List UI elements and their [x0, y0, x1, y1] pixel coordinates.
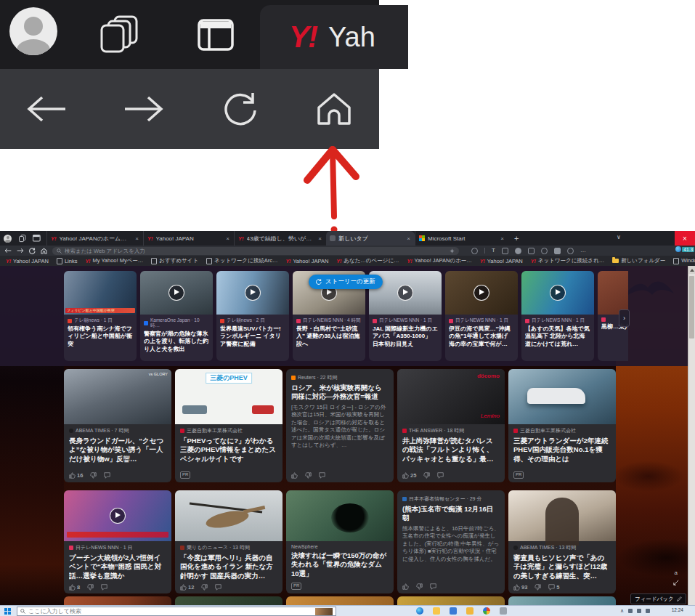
next-row-card-preview[interactable] [175, 596, 283, 605]
next-row-card-preview[interactable] [286, 596, 394, 605]
dislike-button[interactable] [201, 584, 208, 591]
like-button[interactable] [402, 583, 409, 590]
tab-close-icon[interactable]: × [225, 235, 230, 242]
tab-close-icon[interactable]: × [317, 235, 322, 242]
comment-button[interactable] [101, 584, 107, 591]
sponsored-card[interactable]: NewSphere 決壊すれば一瞬で150万の命が失われる「世界の危険なダム10… [286, 490, 394, 593]
like-button[interactable] [291, 472, 298, 479]
tab-yahoo-japan[interactable]: Y! Yahoo! JAPAN × [143, 231, 234, 246]
news-card[interactable]: 日テレNEWS NNN · 1 日 プーチン大統領が2人?恒例イベントで“本物”… [64, 490, 171, 593]
copilot-icon[interactable] [450, 248, 455, 254]
workspaces-button[interactable] [18, 235, 26, 243]
like-button[interactable]: 25 [402, 472, 416, 479]
video-card[interactable]: 日テレNEWS NNN · 1 日 【あすの天気】各地で気温乱高下 北陸から北海… [521, 271, 594, 361]
video-card[interactable]: KameraOne Japan · 10 時… 警察官が湖の危険な薄氷の上を渡り… [140, 271, 213, 361]
bookmark-item[interactable]: Y!Yahoo! JAPAN [6, 258, 49, 264]
taskbar-search-box[interactable] [17, 607, 336, 616]
address-input[interactable] [65, 248, 447, 254]
taskbar-clock[interactable]: 12:24 [672, 607, 683, 612]
like-button[interactable]: 8 [69, 584, 80, 591]
comment-button[interactable] [430, 583, 436, 590]
bg-expand-icon[interactable] [673, 580, 679, 585]
tab-close-icon[interactable]: × [134, 235, 139, 242]
extension-icon[interactable] [567, 248, 574, 254]
tab-article[interactable]: Y! 43歳で結婚し、勢いがある印象 × [234, 231, 326, 246]
tray-icon[interactable] [628, 609, 633, 613]
play-icon[interactable] [397, 285, 413, 301]
like-button[interactable]: 12 [180, 584, 194, 591]
video-card[interactable]: フィリピン船と中国船が衝突 テレ朝news · 1 日 領有権争う南シナ海でフィ… [64, 271, 137, 361]
tray-caret-icon[interactable]: ∧ [620, 608, 624, 614]
scrollbar[interactable] [688, 266, 695, 605]
translate-icon[interactable]: T [492, 248, 495, 254]
taskbar-search-input[interactable] [28, 608, 312, 615]
comment-button[interactable]: 5 [548, 584, 559, 591]
news-card-text[interactable]: Reuters · 22 時間 ロシア、米が核実験再開なら同様に対応―外務次官=… [286, 369, 394, 482]
tray-icon[interactable] [637, 609, 641, 613]
video-card[interactable]: テレ朝news · 2 日 世界最速SUVパトカー!ランボルギーニ イタリア警察… [216, 271, 289, 361]
dislike-button[interactable] [87, 584, 94, 591]
news-card[interactable]: vs GLORY ABEMA TIMES · 7 時間 長身ラウンドガール、“ク… [64, 369, 171, 482]
bookmark-item[interactable]: おすすめサイト [151, 257, 198, 264]
photos-taskbar-icon[interactable] [483, 607, 490, 615]
bookmark-item[interactable]: Y!Yahoo! JAPAN [285, 258, 328, 264]
video-card[interactable]: 日テレNEWS NNN · 1 日 伊豆の海で異変…“沖縄の魚”1年通して水揚げ… [445, 271, 518, 361]
bookmark-item[interactable]: Y!My Yahoo! Myペー… [85, 257, 143, 264]
favorites-icon[interactable] [528, 248, 535, 254]
dislike-button[interactable] [305, 472, 312, 479]
dislike-button[interactable] [90, 472, 97, 479]
extension-icon[interactable] [502, 248, 508, 254]
start-button[interactable] [4, 608, 11, 615]
tab-yahoo-home[interactable]: Y! Yahoo! JAPANのホームページに戻す × [46, 231, 143, 246]
bookmark-item[interactable]: Y!Yahoo! JAPANのホー… [407, 257, 472, 264]
refresh-stories-button[interactable]: ストーリーの更新 [309, 275, 383, 289]
bookmark-item[interactable]: Windows 10 でもフ… [673, 257, 695, 264]
extension-icon[interactable] [541, 248, 548, 254]
play-icon[interactable] [474, 285, 489, 301]
tab-close-icon[interactable]: × [406, 235, 411, 242]
bg-attribution-icon[interactable]: a [675, 570, 678, 576]
window-close-button[interactable]: × [675, 231, 695, 246]
news-card[interactable]: 乗りものニュース · 13 時間 「今度は軍用ヘリ!」兵器の自国化を進めるイラン… [175, 490, 283, 593]
scrollbar-up-arrow[interactable] [688, 266, 695, 274]
tab-new-tab[interactable]: 新しいタブ × [326, 231, 415, 246]
comment-button[interactable] [215, 584, 221, 591]
folder-taskbar-icon[interactable] [466, 607, 474, 615]
bookmark-item[interactable]: 新しいフォルダー [612, 257, 665, 264]
new-tab-button[interactable]: + [514, 235, 519, 243]
back-button[interactable] [4, 248, 12, 254]
window-menu-icon[interactable]: ∨ [617, 234, 621, 240]
next-row-card-preview[interactable] [64, 596, 171, 605]
settings-more-icon[interactable]: … [580, 248, 586, 254]
comment-button[interactable] [104, 472, 110, 479]
file-explorer-icon[interactable] [433, 607, 440, 615]
tab-panel-button[interactable] [33, 235, 41, 242]
edge-taskbar-icon[interactable] [416, 607, 423, 615]
bookmark-item[interactable]: Links [57, 258, 78, 264]
system-tray[interactable]: ∧ [620, 608, 650, 614]
comment-button[interactable] [319, 472, 325, 479]
next-row-card-preview[interactable] [508, 596, 616, 605]
like-button[interactable]: 93 [513, 584, 527, 591]
profile-button[interactable] [4, 235, 12, 243]
browser-essentials-icon[interactable] [471, 248, 478, 254]
comment-button[interactable] [437, 472, 444, 479]
play-icon[interactable] [245, 285, 261, 301]
dislike-button[interactable] [423, 472, 430, 479]
home-button[interactable] [41, 248, 47, 254]
collections-icon[interactable] [554, 248, 561, 254]
search-highlight-image[interactable] [315, 608, 333, 615]
bookmark-item[interactable]: Y!Yahoo! JAPAN [480, 258, 523, 264]
play-icon[interactable] [550, 285, 566, 301]
like-button[interactable]: 16 [69, 472, 83, 479]
dislike-button[interactable] [416, 583, 423, 590]
play-icon[interactable] [110, 508, 126, 524]
tray-icon[interactable] [646, 609, 650, 613]
carousel-next-button[interactable]: › [619, 309, 630, 327]
dislike-button[interactable] [535, 584, 541, 591]
forward-button[interactable] [17, 248, 24, 254]
sponsored-card[interactable]: 三菱のPHEV 三菱自動車工業株式会社 「PHEVってなに?」がわかる三菱のPH… [175, 369, 283, 482]
tab-close-icon[interactable]: × [500, 235, 505, 242]
app-taskbar-icon[interactable] [450, 607, 457, 615]
sponsored-card[interactable]: 三菱自動車工業株式会社 三菱アウトランダーが2年連続PHEV国内販売台数No.1… [508, 369, 616, 482]
